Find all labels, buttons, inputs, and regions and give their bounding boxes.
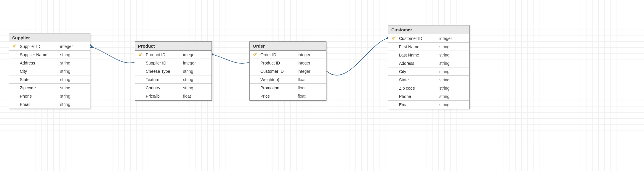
column-type: string <box>183 86 209 90</box>
column-type: integer <box>60 44 88 49</box>
table-row[interactable]: Supplier IDinteger <box>135 59 212 67</box>
column-type: integer <box>183 52 209 57</box>
svg-rect-19 <box>395 36 396 37</box>
column-type: string <box>60 86 88 90</box>
column-type: float <box>298 77 324 82</box>
table-row[interactable]: Product IDinteger <box>135 51 212 59</box>
column-type: string <box>183 77 209 82</box>
primary-key-icon <box>138 51 145 58</box>
column-name: Last Name <box>398 53 439 57</box>
column-type: string <box>439 86 467 91</box>
table-supplier-body: Supplier IDintegerSupplier NamestringAdd… <box>9 42 90 109</box>
table-row[interactable]: Weight(lb)float <box>250 75 326 84</box>
table-row[interactable]: Addressstring <box>388 59 469 67</box>
table-row[interactable]: Citystring <box>388 67 469 76</box>
table-row[interactable]: Phonestring <box>388 92 469 101</box>
connector-product-supplier <box>93 47 135 63</box>
column-type: float <box>298 94 324 99</box>
column-name: Promotion <box>259 86 298 90</box>
table-row[interactable]: Emailstring <box>388 101 469 109</box>
table-row[interactable]: Zip codestring <box>9 84 90 92</box>
column-type: string <box>439 61 467 66</box>
table-row[interactable]: First Namestring <box>388 43 469 51</box>
column-name: State <box>19 77 60 82</box>
table-row[interactable]: Supplier Namestring <box>9 51 90 59</box>
table-row[interactable]: Emailstring <box>9 100 90 109</box>
column-type: string <box>439 69 467 74</box>
table-row[interactable]: Order IDinteger <box>250 51 326 59</box>
table-customer-title: Customer <box>388 25 469 34</box>
table-row[interactable]: Product IDinteger <box>250 59 326 67</box>
table-row[interactable]: Zip codestring <box>388 84 469 92</box>
column-type: string <box>60 102 88 107</box>
column-type: string <box>60 77 88 82</box>
column-name: Weight(lb) <box>259 77 298 82</box>
table-row[interactable]: Last Namestring <box>388 51 469 59</box>
table-row[interactable]: Promotionfloat <box>250 84 326 92</box>
column-name: Address <box>398 61 439 66</box>
column-name: Product ID <box>259 61 298 65</box>
key-column <box>252 52 259 57</box>
column-name: Conutry <box>145 86 183 90</box>
primary-key-icon <box>12 43 19 50</box>
column-type: string <box>439 53 467 57</box>
column-type: integer <box>298 69 324 74</box>
table-row[interactable]: Cheese Typestring <box>135 67 212 75</box>
primary-key-icon <box>252 51 259 58</box>
column-name: Zip code <box>398 86 439 91</box>
column-name: Price <box>259 94 298 99</box>
table-product-body: Product IDintegerSupplier IDintegerChees… <box>135 51 212 100</box>
column-type: string <box>439 78 467 82</box>
column-name: Supplier ID <box>145 61 183 65</box>
primary-key-icon <box>391 35 398 42</box>
column-name: State <box>398 78 439 82</box>
key-column <box>12 44 19 49</box>
column-type: string <box>60 61 88 65</box>
key-column <box>137 52 145 57</box>
column-type: string <box>60 52 88 57</box>
column-name: Email <box>398 102 439 107</box>
column-type: string <box>60 69 88 74</box>
column-name: Supplier Name <box>19 52 60 57</box>
table-row[interactable]: Citystring <box>9 67 90 75</box>
table-row[interactable]: Phonestring <box>9 92 90 100</box>
column-type: integer <box>439 36 467 41</box>
table-product-title: Product <box>135 42 212 51</box>
table-order-title: Order <box>250 42 326 51</box>
table-order[interactable]: Order Order IDintegerProduct IDintegerCu… <box>249 41 326 101</box>
column-name: Price/lb <box>145 94 183 99</box>
table-product[interactable]: Product Product IDintegerSupplier IDinte… <box>135 41 212 101</box>
table-row[interactable]: Price/lbfloat <box>135 92 212 100</box>
column-name: Email <box>19 102 60 107</box>
table-row[interactable]: Texturestring <box>135 75 212 84</box>
table-row[interactable]: Supplier IDinteger <box>9 42 90 51</box>
column-name: Product ID <box>145 52 183 57</box>
table-row[interactable]: Statestring <box>388 76 469 84</box>
connector-order-customer <box>326 38 387 75</box>
connector-order-product <box>213 55 249 63</box>
table-supplier-title: Supplier <box>9 33 90 42</box>
column-name: City <box>19 69 60 74</box>
table-row[interactable]: Statestring <box>9 75 90 84</box>
column-name: City <box>398 69 439 74</box>
key-column <box>391 36 398 41</box>
column-type: string <box>439 102 467 107</box>
table-customer[interactable]: Customer Customer IDintegerFirst Namestr… <box>388 25 470 109</box>
column-name: Order ID <box>259 52 298 57</box>
table-row[interactable]: Conutrystring <box>135 84 212 92</box>
svg-rect-4 <box>16 44 17 45</box>
table-row[interactable]: Pricefloat <box>250 92 326 100</box>
column-name: Phone <box>19 94 60 99</box>
table-row[interactable]: Addressstring <box>9 59 90 67</box>
column-type: string <box>183 69 209 74</box>
column-name: Cheese Type <box>145 69 183 74</box>
table-supplier[interactable]: Supplier Supplier IDintegerSupplier Name… <box>9 33 90 109</box>
table-order-body: Order IDintegerProduct IDintegerCustomer… <box>250 51 326 100</box>
column-type: integer <box>183 61 209 65</box>
table-row[interactable]: Customer IDinteger <box>250 67 326 75</box>
column-type: string <box>439 44 467 49</box>
column-type: string <box>439 94 467 99</box>
table-row[interactable]: Customer IDinteger <box>388 34 469 43</box>
table-customer-body: Customer IDintegerFirst NamestringLast N… <box>388 34 469 109</box>
column-type: integer <box>298 52 324 57</box>
